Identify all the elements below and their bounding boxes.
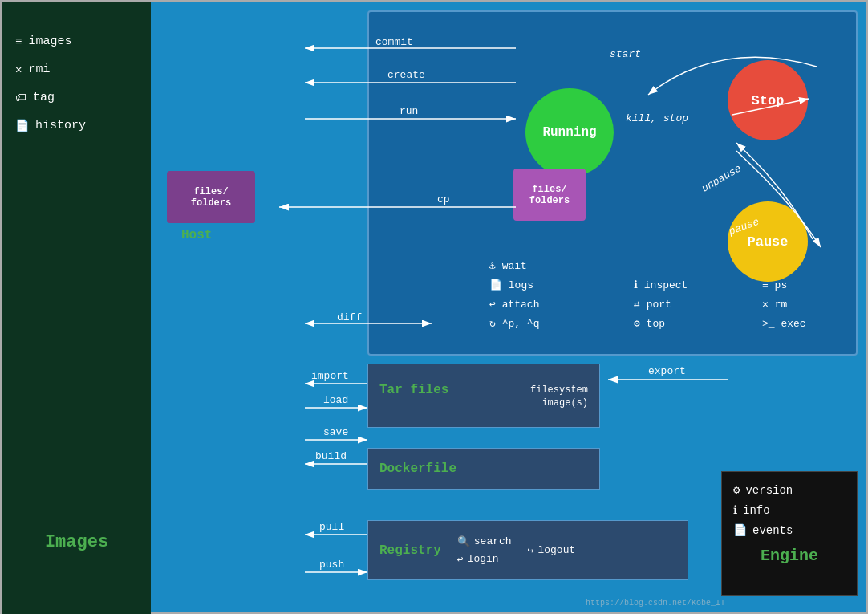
commands-right: ≡ ps ✕ rm >_ exec bbox=[762, 276, 806, 334]
dockerfile-label: Dockerfile bbox=[379, 462, 456, 476]
events-icon: 📄 bbox=[733, 523, 747, 537]
import-arrow-label: import bbox=[311, 370, 349, 382]
dockerfile-section: Dockerfile bbox=[367, 448, 600, 490]
rmi-icon: ✕ bbox=[15, 63, 22, 76]
save-arrow-label: save bbox=[323, 426, 348, 438]
run-arrow-label: run bbox=[400, 105, 418, 117]
running-state: Running bbox=[525, 88, 614, 177]
tar-files-label: Tar files bbox=[379, 383, 448, 397]
registry-commands-2: ↪ logout bbox=[528, 544, 576, 557]
search-icon: 🔍 bbox=[457, 535, 470, 548]
state-diagram: Running Stop Pause start kill, stop unpa… bbox=[367, 10, 858, 356]
container-files-box: files/folders bbox=[513, 169, 586, 221]
cp-arrow-label: cp bbox=[437, 193, 450, 205]
history-icon: 📄 bbox=[15, 119, 29, 132]
login-icon: ↩ bbox=[457, 553, 464, 566]
content-area: Container Running Stop Pause start kill,… bbox=[151, 2, 866, 612]
registry-login: ↩ login bbox=[457, 553, 512, 566]
registry-search: 🔍 search bbox=[457, 535, 512, 548]
sidebar-item-history[interactable]: 📄 history bbox=[15, 119, 86, 132]
registry-logout: ↪ logout bbox=[528, 544, 576, 557]
registry-commands: 🔍 search ↩ login bbox=[457, 535, 512, 566]
logout-icon: ↪ bbox=[528, 544, 534, 557]
push-arrow-label: push bbox=[319, 559, 344, 571]
stop-state: Stop bbox=[728, 60, 808, 140]
sidebar: ≡ images ✕ rmi 🏷 tag 📄 history Images bbox=[2, 2, 151, 614]
engine-info: ℹ info bbox=[733, 503, 846, 517]
pull-arrow-label: pull bbox=[319, 521, 344, 533]
tar-images: image(s) bbox=[541, 397, 588, 409]
host-label: Host bbox=[181, 228, 271, 242]
unpause-label: unpause bbox=[700, 162, 744, 194]
registry-label: Registry bbox=[379, 543, 441, 558]
sidebar-item-tag[interactable]: 🏷 tag bbox=[15, 91, 55, 104]
sidebar-item-images[interactable]: ≡ images bbox=[15, 35, 71, 48]
export-arrow-label: export bbox=[648, 365, 686, 377]
kill-stop-label: kill, stop bbox=[626, 112, 688, 124]
tag-icon: 🏷 bbox=[15, 91, 26, 104]
host-files-box: files/folders bbox=[167, 171, 255, 223]
tar-files-section: Tar files filesystem image(s) bbox=[367, 364, 600, 428]
images-icon: ≡ bbox=[15, 35, 22, 48]
commands-middle: ℹ inspect ⇄ port ⚙ top bbox=[634, 276, 688, 334]
start-label: start bbox=[610, 48, 641, 60]
diff-arrow-label: diff bbox=[337, 311, 362, 323]
watermark: https://blog.csdn.net/Kobe_IT bbox=[586, 599, 725, 608]
host-section: files/folders Host bbox=[167, 171, 271, 242]
gear-icon: ⚙ bbox=[733, 483, 740, 497]
create-arrow-label: create bbox=[387, 69, 425, 81]
engine-version: ⚙ version bbox=[733, 483, 846, 497]
build-arrow-label: build bbox=[315, 450, 347, 462]
commands-left: ⚓ wait 📄 logs ↩ attach ↻ ^p, ^q bbox=[489, 257, 539, 334]
tar-filesystem: filesystem bbox=[530, 384, 588, 396]
registry-section: Registry 🔍 search ↩ login ↪ logout bbox=[367, 520, 688, 580]
engine-label: Engine bbox=[733, 547, 846, 565]
sidebar-item-rmi[interactable]: ✕ rmi bbox=[15, 63, 50, 76]
commit-arrow-label: commit bbox=[375, 36, 413, 48]
main-container: ≡ images ✕ rmi 🏷 tag 📄 history Images Co… bbox=[0, 0, 868, 614]
pause-state: Pause bbox=[728, 201, 808, 282]
load-arrow-label: load bbox=[323, 394, 348, 406]
images-section-label: Images bbox=[2, 532, 151, 552]
engine-events: 📄 events bbox=[733, 523, 846, 537]
engine-section: ⚙ version ℹ info 📄 events Engine bbox=[721, 471, 858, 596]
info-icon: ℹ bbox=[733, 503, 737, 517]
